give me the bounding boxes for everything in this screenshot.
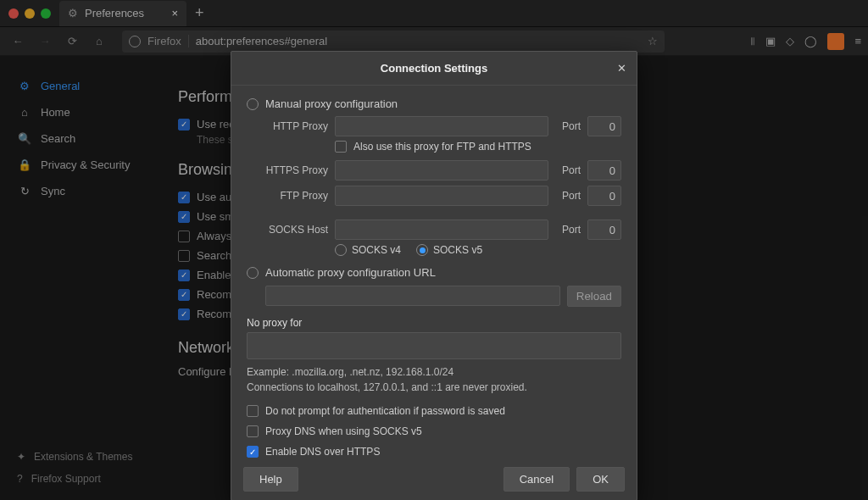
- no-proxy-example: Example: .mozilla.org, .net.nz, 192.168.…: [247, 366, 621, 378]
- also-use-row[interactable]: Also use this proxy for FTP and HTTPS: [247, 139, 621, 158]
- manual-proxy-label: Manual proxy configuration: [265, 97, 398, 110]
- reload-button[interactable]: Reload: [567, 286, 621, 307]
- ftp-port-input[interactable]: 0: [587, 186, 621, 206]
- https-proxy-label: HTTPS Proxy: [265, 164, 328, 176]
- socks-v5-option[interactable]: SOCKS v5: [416, 244, 482, 256]
- radio-icon[interactable]: [247, 267, 259, 279]
- http-port-input[interactable]: 0: [587, 116, 621, 136]
- port-label: Port: [555, 224, 581, 236]
- auto-config-row[interactable]: Automatic proxy configuration URL: [247, 263, 621, 282]
- modal-header: Connection Settings ✕: [231, 52, 637, 86]
- checkbox-icon[interactable]: [247, 405, 259, 417]
- modal-close-button[interactable]: ✕: [617, 62, 626, 75]
- http-proxy-row: HTTP Proxy Port 0: [247, 114, 621, 139]
- port-label: Port: [555, 120, 581, 132]
- ftp-proxy-input[interactable]: [335, 186, 548, 206]
- ftp-proxy-row: FTP Proxy Port 0: [247, 183, 621, 208]
- port-label: Port: [555, 164, 581, 176]
- http-proxy-label: HTTP Proxy: [265, 120, 328, 132]
- socks-host-input[interactable]: [335, 219, 548, 240]
- socks-v4-label: SOCKS v4: [352, 244, 401, 256]
- no-proxy-input[interactable]: [247, 332, 621, 359]
- proxy-dns-label: Proxy DNS when using SOCKS v5: [265, 425, 422, 437]
- enable-doh-row[interactable]: Enable DNS over HTTPS: [247, 442, 621, 458]
- socks-v5-label: SOCKS v5: [433, 244, 482, 256]
- cancel-button[interactable]: Cancel: [504, 467, 570, 492]
- connection-settings-modal: Connection Settings ✕ Manual proxy confi…: [231, 51, 637, 500]
- port-label: Port: [555, 190, 581, 202]
- radio-icon[interactable]: [335, 244, 347, 256]
- help-button[interactable]: Help: [243, 467, 298, 492]
- socks-v4-option[interactable]: SOCKS v4: [335, 244, 401, 256]
- enable-doh-label: Enable DNS over HTTPS: [265, 446, 380, 458]
- socks-host-label: SOCKS Host: [265, 224, 328, 236]
- proxy-dns-row[interactable]: Proxy DNS when using SOCKS v5: [247, 422, 621, 441]
- auto-config-url-row: Reload: [247, 282, 621, 310]
- socks-port-input[interactable]: 0: [587, 219, 621, 240]
- socks-host-row: SOCKS Host Port 0: [247, 217, 621, 242]
- https-proxy-input[interactable]: [335, 160, 548, 181]
- checkbox-icon[interactable]: [247, 425, 259, 437]
- auto-config-label: Automatic proxy configuration URL: [265, 266, 436, 279]
- http-proxy-input[interactable]: [335, 116, 548, 136]
- also-use-label: Also use this proxy for FTP and HTTPS: [353, 141, 531, 153]
- https-proxy-row: HTTPS Proxy Port 0: [247, 158, 621, 183]
- checkbox-icon[interactable]: [335, 141, 347, 153]
- modal-title: Connection Settings: [381, 62, 487, 75]
- auto-config-url-input[interactable]: [265, 286, 560, 306]
- no-proxy-label: No proxy for: [247, 317, 621, 329]
- ok-button[interactable]: OK: [576, 467, 625, 492]
- modal-footer: Help Cancel OK: [231, 458, 637, 500]
- radio-icon[interactable]: [247, 98, 259, 110]
- checkbox-icon[interactable]: [247, 446, 259, 458]
- socks-version-row: SOCKS v4 SOCKS v5: [247, 242, 621, 263]
- https-port-input[interactable]: 0: [587, 160, 621, 181]
- no-prompt-row[interactable]: Do not prompt for authentication if pass…: [247, 402, 621, 420]
- modal-body: Manual proxy configuration HTTP Proxy Po…: [231, 86, 637, 458]
- no-prompt-label: Do not prompt for authentication if pass…: [265, 405, 505, 417]
- localhost-notice: Connections to localhost, 127.0.0.1, and…: [247, 381, 621, 393]
- radio-icon[interactable]: [416, 244, 428, 256]
- manual-proxy-row[interactable]: Manual proxy configuration: [247, 94, 621, 114]
- ftp-proxy-label: FTP Proxy: [265, 190, 328, 202]
